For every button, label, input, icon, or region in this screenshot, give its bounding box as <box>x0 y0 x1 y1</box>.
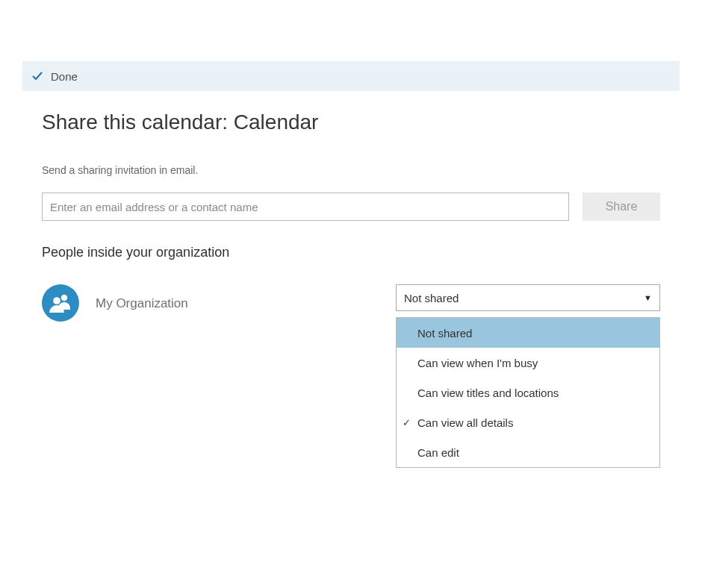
permission-option[interactable]: ✓Can view all details <box>397 407 659 437</box>
svg-point-0 <box>61 295 67 301</box>
check-icon <box>31 70 43 82</box>
done-label: Done <box>51 70 78 83</box>
check-icon: ✓ <box>403 417 411 428</box>
email-share-row: Share <box>42 193 660 221</box>
permission-dropdown-toggle[interactable]: Not shared ▼ <box>396 284 660 311</box>
permission-dropdown-list: Not sharedCan view when I'm busyCan view… <box>396 317 660 468</box>
toolbar: Done <box>22 61 680 91</box>
done-button[interactable]: Done <box>31 70 78 83</box>
permission-option[interactable]: Can view titles and locations <box>397 378 659 407</box>
org-section-title: People inside your organization <box>42 245 660 260</box>
email-input[interactable] <box>42 193 569 221</box>
svg-point-1 <box>53 297 60 304</box>
permission-option[interactable]: Can edit <box>397 437 659 467</box>
permission-option-label: Can edit <box>417 446 459 459</box>
permission-option-label: Can view all details <box>417 416 513 429</box>
page-subtitle: Send a sharing invitation in email. <box>42 164 660 176</box>
people-icon <box>49 293 72 313</box>
permission-option[interactable]: Not shared <box>397 318 659 348</box>
permission-option[interactable]: Can view when I'm busy <box>397 348 659 378</box>
permission-selected-label: Not shared <box>404 292 459 304</box>
permission-option-label: Can view titles and locations <box>417 387 559 399</box>
chevron-down-icon: ▼ <box>644 293 652 302</box>
page-title: Share this calendar: Calendar <box>42 110 660 134</box>
share-button[interactable]: Share <box>583 193 660 221</box>
org-name: My Organization <box>96 295 379 311</box>
org-avatar <box>42 284 79 322</box>
permission-option-label: Can view when I'm busy <box>417 357 538 369</box>
permission-dropdown: Not shared ▼ Not sharedCan view when I'm… <box>396 284 660 311</box>
permission-option-label: Not shared <box>417 327 472 340</box>
org-row: My Organization Not shared ▼ Not sharedC… <box>42 284 660 322</box>
content: Share this calendar: Calendar Send a sha… <box>42 110 660 322</box>
